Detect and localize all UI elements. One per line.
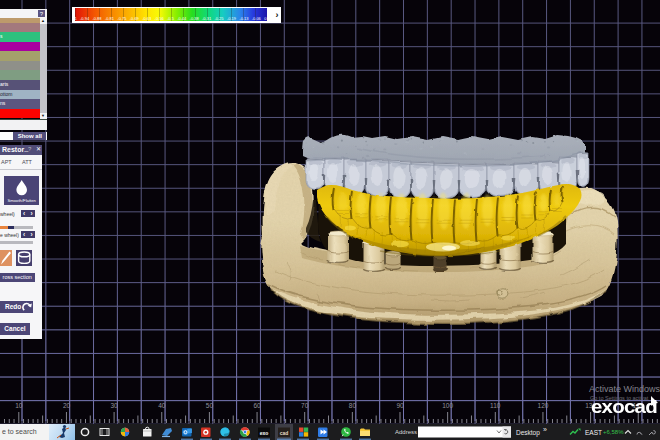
svg-text:cad: cad [280,430,289,436]
svg-text:Address: Address [395,429,417,435]
svg-text:Desktop: Desktop [516,429,540,437]
svg-text:Smooth/Flatten: Smooth/Flatten [7,198,36,203]
svg-text:+6,58%: +6,58% [603,429,624,435]
svg-text:exo: exo [260,430,269,436]
svg-text:»: » [543,426,547,433]
svg-text:EAST: EAST [585,429,602,436]
